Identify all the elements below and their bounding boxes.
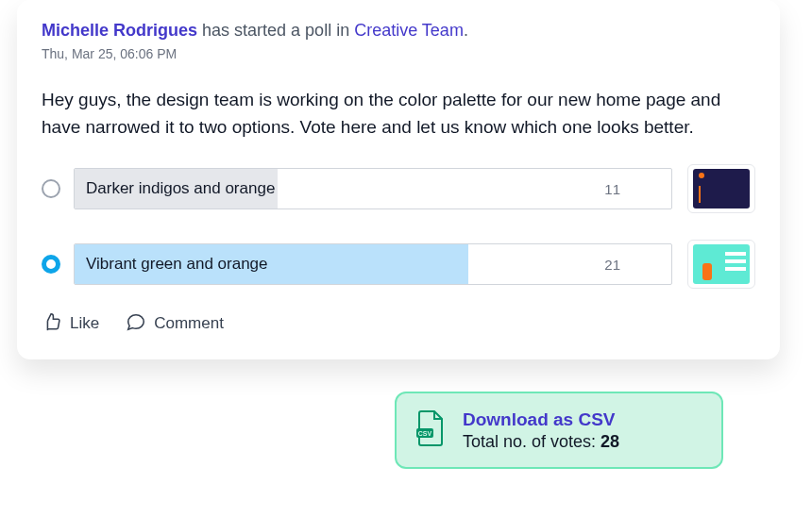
post-actions: Like Comment bbox=[42, 311, 755, 337]
comment-label: Comment bbox=[154, 314, 224, 333]
total-votes-prefix: Total no. of votes: bbox=[463, 432, 601, 451]
radio-selected[interactable] bbox=[42, 255, 60, 274]
poll-card: Michelle Rodrigues has started a poll in… bbox=[17, 0, 780, 359]
timestamp: Thu, Mar 25, 06:06 PM bbox=[42, 46, 755, 61]
total-votes-text: Total no. of votes: 28 bbox=[463, 432, 619, 452]
thumbnail-image-icon bbox=[693, 244, 750, 284]
option-bar[interactable]: Vibrant green and orange 21 bbox=[74, 243, 672, 285]
option-bar[interactable]: Darker indigos and orange 11 bbox=[74, 168, 672, 209]
poll-option: Vibrant green and orange 21 bbox=[42, 240, 755, 289]
download-text-group: Download as CSV Total no. of votes: 28 bbox=[463, 409, 619, 452]
comment-button[interactable]: Comment bbox=[126, 311, 224, 337]
thumbs-up-icon bbox=[42, 311, 62, 337]
poll-options: Darker indigos and orange 11 Vibrant gre… bbox=[42, 164, 755, 289]
radio-unselected[interactable] bbox=[42, 179, 60, 198]
thumbnail-image-icon bbox=[693, 169, 750, 208]
team-link[interactable]: Creative Team bbox=[354, 21, 464, 40]
option-label: Darker indigos and orange bbox=[86, 179, 275, 198]
download-csv-callout: CSV Download as CSV Total no. of votes: … bbox=[395, 392, 723, 469]
headline-period: . bbox=[464, 21, 468, 40]
poll-headline: Michelle Rodrigues has started a poll in… bbox=[42, 21, 755, 41]
svg-text:CSV: CSV bbox=[418, 430, 432, 437]
option-thumbnail[interactable] bbox=[687, 240, 755, 289]
download-csv-link[interactable]: Download as CSV bbox=[463, 409, 619, 430]
headline-mid: has started a poll in bbox=[197, 21, 354, 40]
poll-option: Darker indigos and orange 11 bbox=[42, 164, 755, 213]
user-link[interactable]: Michelle Rodrigues bbox=[42, 21, 197, 40]
option-label: Vibrant green and orange bbox=[86, 255, 268, 274]
comment-icon bbox=[126, 311, 146, 337]
like-label: Like bbox=[70, 314, 99, 333]
option-thumbnail[interactable] bbox=[687, 164, 755, 213]
option-count: 21 bbox=[604, 256, 620, 272]
option-count: 11 bbox=[604, 180, 620, 196]
total-votes-count: 28 bbox=[601, 432, 619, 451]
like-button[interactable]: Like bbox=[42, 311, 99, 337]
poll-body: Hey guys, the design team is working on … bbox=[42, 86, 755, 142]
csv-file-icon: CSV bbox=[414, 409, 448, 451]
